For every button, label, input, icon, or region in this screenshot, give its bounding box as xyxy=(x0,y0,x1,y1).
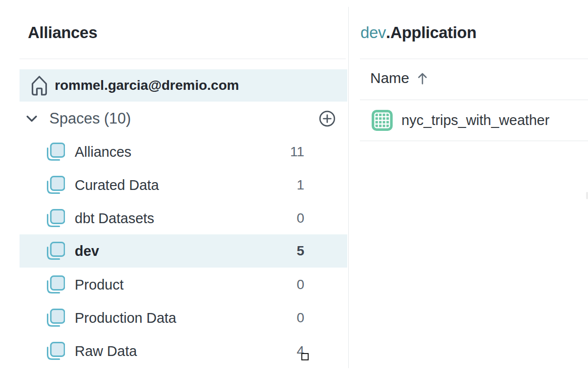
space-item-dev[interactable]: dev 5 xyxy=(20,234,347,268)
space-item-label: Alliances xyxy=(75,144,131,160)
dataset-row-nyc-trips[interactable]: nyc_trips_with_weather xyxy=(360,100,588,141)
space-item-count: 0 xyxy=(296,277,304,292)
space-item-label: dbt Datasets xyxy=(75,210,154,227)
column-header-label: Name xyxy=(370,70,409,86)
space-icon xyxy=(46,143,65,161)
space-item-label: Curated Data xyxy=(75,177,159,193)
breadcrumb: dev.Application xyxy=(360,23,477,42)
space-item-count: 1 xyxy=(296,177,304,193)
space-item-curated-data[interactable]: Curated Data 1 xyxy=(20,168,347,202)
space-item-dbt-datasets[interactable]: dbt Datasets 0 xyxy=(20,202,347,235)
home-catalog-item[interactable]: rommel.garcia@dremio.com xyxy=(20,69,347,102)
space-icon xyxy=(46,176,65,194)
space-item-count: 5 xyxy=(296,243,304,259)
home-icon xyxy=(30,74,48,97)
space-item-production-data[interactable]: Production Data 0 xyxy=(20,301,347,334)
space-item-product[interactable]: Product 0 xyxy=(20,268,347,301)
space-item-label: Product xyxy=(75,277,124,293)
space-icon xyxy=(46,242,65,260)
space-icon xyxy=(46,309,65,327)
space-item-raw-data[interactable]: Raw Data 4 xyxy=(20,334,347,368)
chevron-down-icon[interactable] xyxy=(25,114,38,124)
table-row-divider xyxy=(360,141,588,141)
right-header-divider xyxy=(360,59,588,59)
space-item-label: dev xyxy=(75,243,99,259)
cursor-artifact xyxy=(301,353,309,360)
space-icon xyxy=(46,275,65,294)
space-icon xyxy=(46,342,65,360)
left-panel-title: Alliances xyxy=(28,23,97,42)
breadcrumb-folder-title: Application xyxy=(390,23,476,42)
add-space-button[interactable] xyxy=(319,110,336,127)
space-item-alliances[interactable]: Alliances 11 xyxy=(20,135,347,168)
dremio-catalog-screen: Alliances rommel.garcia@dremio.com Space… xyxy=(0,0,588,376)
breadcrumb-separator: . xyxy=(386,23,390,42)
space-item-count: 0 xyxy=(296,210,304,226)
space-icon xyxy=(46,209,65,228)
dataset-table-icon xyxy=(371,109,393,131)
home-item-label: rommel.garcia@dremio.com xyxy=(55,78,239,93)
scrollbar-thumb[interactable] xyxy=(586,192,588,199)
panel-divider xyxy=(348,7,349,368)
space-item-label: Raw Data xyxy=(75,343,137,359)
breadcrumb-space-link[interactable]: dev xyxy=(360,23,386,42)
space-item-count: 11 xyxy=(290,144,304,160)
column-header-name[interactable]: Name xyxy=(360,66,588,90)
spaces-section-label: Spaces (10) xyxy=(49,110,131,127)
spaces-section-header: Spaces (10) xyxy=(20,107,347,130)
arrow-up-icon xyxy=(417,72,428,85)
space-item-label: Production Data xyxy=(75,310,176,326)
space-item-count: 0 xyxy=(296,310,304,326)
dataset-name: nyc_trips_with_weather xyxy=(401,112,549,128)
left-header-divider xyxy=(20,59,346,59)
